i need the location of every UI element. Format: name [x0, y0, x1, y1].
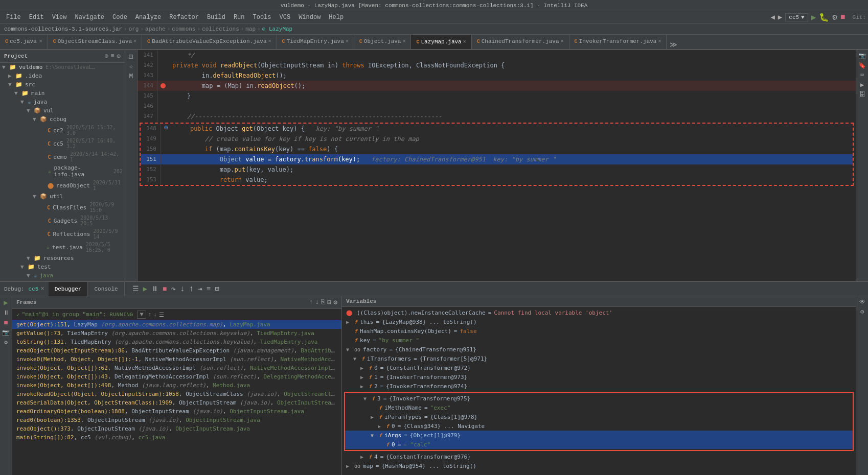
debug-toolbar-stepout-icon[interactable]: ↑ — [188, 283, 196, 295]
var-item-this[interactable]: ▶ f this = {LazyMap@938} ... toString() — [342, 317, 856, 326]
menu-window[interactable]: Window — [294, 14, 325, 21]
tree-item-ccbug[interactable]: ▼ 📦 ccbug — [0, 115, 125, 124]
tree-item-test[interactable]: ▼ 📁 test — [0, 263, 125, 271]
var-item-3-invoker[interactable]: ▼ f 3 = {InvokerTransformer@975} — [345, 394, 853, 403]
frame-item-7[interactable]: invoke(Object, Object[]):498, Method (ja… — [12, 381, 341, 390]
frames-up-icon[interactable]: ↑ — [309, 298, 313, 306]
menu-run[interactable]: Run — [230, 14, 249, 21]
var-item-iparamtypes[interactable]: ▶ f iParamTypes = {Class[1]@978} — [345, 412, 853, 421]
debug-toolbar-table-icon[interactable]: ⊞ — [213, 283, 220, 294]
tab-object[interactable]: C Object.java × — [354, 35, 412, 49]
menu-build[interactable]: Build — [203, 14, 230, 21]
sidebar-collapse-icon[interactable]: ≡ — [110, 52, 115, 60]
menu-view[interactable]: View — [48, 14, 71, 21]
tab-object-close[interactable]: × — [402, 39, 405, 44]
var-item-2-invoker[interactable]: ▶ f 2 = {InvokerTransformer@974} — [342, 382, 856, 391]
code-scroll[interactable]: 141 */ 142 private void readObject(Objec… — [138, 50, 856, 281]
breadcrumb-jar[interactable]: commons-collections-3.1-sources.jar — [4, 26, 122, 32]
breadcrumb-commons[interactable]: commons — [172, 26, 195, 32]
tree-item-test-java[interactable]: ▼ ☕ java — [0, 271, 125, 280]
tree-item-gadgets[interactable]: C Gadgets 2020/5/13 20:5 — [0, 214, 125, 227]
breadcrumb-org[interactable]: org — [129, 26, 139, 32]
menu-tools[interactable]: Tools — [249, 14, 276, 21]
menu-code[interactable]: Code — [108, 14, 131, 21]
tree-item-resources[interactable]: ▼ 📁 resources — [0, 254, 125, 263]
menu-analyze[interactable]: Analyze — [131, 14, 165, 21]
tree-item-packageinfo[interactable]: ☕ package-info.java 202 — [0, 163, 125, 179]
menu-vcs[interactable]: VCS — [276, 14, 295, 21]
debug-close-icon[interactable]: × — [40, 286, 44, 293]
tab-cc5-close[interactable]: × — [39, 39, 42, 44]
var-item-iargs-0[interactable]: f 0 = = "calc" — [345, 440, 853, 449]
bookmark-icon[interactable]: 🔖 — [858, 62, 866, 69]
var-item-factory[interactable]: ▼ oo factory = {ChainedTransformer@951} — [342, 345, 856, 354]
tree-item-reflections[interactable]: C Reflections 2020/5/9 14 — [0, 227, 125, 241]
frames-settings-icon[interactable]: ⚙ — [333, 298, 337, 306]
debug-camera-side-icon[interactable]: 📷 — [2, 329, 10, 337]
frame-item-10[interactable]: readOrdinaryObject(boolean):1808, Object… — [12, 407, 341, 416]
tree-item-cc5[interactable]: C cc5 2020/5/17 16:40, 3.2 — [0, 137, 125, 150]
frames-copy-icon[interactable]: ⎘ — [321, 298, 325, 306]
breadcrumb-collections[interactable]: collections — [202, 26, 239, 32]
tab-tiedmapentry-close[interactable]: × — [346, 39, 349, 44]
tree-item-testjava[interactable]: ☕ test.java 2020/5/5 16:25, 0 — [0, 241, 125, 254]
menu-help[interactable]: Help — [325, 14, 348, 21]
tab-chainedtransformer-close[interactable]: × — [561, 39, 564, 44]
favorites-icon[interactable]: ☆ — [129, 62, 133, 70]
debug-pause-side-icon[interactable]: ⏸ — [3, 309, 9, 317]
tree-item-cc2[interactable]: C cc2 2020/5/16 15:32, 3.0 — [0, 124, 125, 137]
debug-right-2[interactable]: ⚙ — [860, 308, 864, 316]
menu-navigate[interactable]: Navigate — [71, 14, 108, 21]
tree-item-demo[interactable]: C demo 2020/5/14 14:42, 1 — [0, 150, 125, 163]
tree-item-src[interactable]: ▼ 📁 src — [0, 80, 125, 89]
debug-stop-side-icon[interactable]: ■ — [4, 319, 8, 327]
frame-item-3[interactable]: readObject(ObjectInputStream):86, BadAtt… — [12, 346, 341, 355]
breakpoint-icon[interactable] — [161, 83, 166, 88]
var-item-paramtype-0[interactable]: ▶ f 0 = {Class@343} ... Navigate — [345, 421, 853, 431]
tab-badattribute-close[interactable]: × — [268, 39, 271, 44]
tree-item-java[interactable]: ▼ ☕ java — [0, 98, 125, 106]
menu-edit[interactable]: Edit — [25, 14, 48, 21]
tab-objectstreamclass-close[interactable]: × — [133, 39, 136, 44]
tab-chainedtransformer[interactable]: C ChainedTransformer.java × — [472, 35, 569, 49]
debug-right-1[interactable]: 👁 — [859, 298, 865, 306]
var-item-imethodname[interactable]: f iMethodName = "exec" — [345, 403, 853, 412]
frame-item-12[interactable]: readObject():373, ObjectInputStream (jav… — [12, 424, 341, 433]
nav-forward-icon[interactable]: ▶ — [778, 13, 782, 21]
tab-cc5[interactable]: C cc5.java × — [0, 35, 48, 49]
tree-item-vul[interactable]: ▼ 📦 vul — [0, 106, 125, 115]
terminal-icon[interactable]: ⌨ — [860, 72, 864, 79]
tab-badattribute[interactable]: C BadAttributeValueExpException.java × — [142, 35, 277, 49]
tab-lazymap[interactable]: C LazyMap.java × — [411, 35, 471, 49]
more-run-icon[interactable]: ⚙ — [832, 12, 837, 22]
debug-settings-side-icon[interactable]: ⚙ — [4, 339, 8, 346]
var-item-itransformers[interactable]: ▼ f iTransformers = {Transformer[5]@971} — [342, 354, 856, 363]
frame-item-4[interactable]: invoke0(Method, Object, Object[]):-1, Na… — [12, 355, 341, 364]
tree-item-readobject[interactable]: ⬤ readObject 2020/5/31 1 — [0, 179, 125, 192]
debug-toolbar-stepover-icon[interactable]: ↷ — [170, 283, 178, 295]
run-panel-icon[interactable]: ▶ — [860, 81, 864, 89]
tree-item-classfiles[interactable]: C ClassFiles 2020/5/9 15:0 — [0, 201, 125, 214]
database-icon[interactable]: 🗄 — [859, 91, 865, 99]
structure-icon[interactable]: ◫ — [129, 52, 133, 60]
var-item-iargs[interactable]: ▼ f iArgs = {Object[1]@979} — [345, 431, 853, 440]
debug-toolbar-pause-icon[interactable]: ⏸ — [150, 284, 160, 294]
sidebar-settings-icon[interactable]: ⊕ — [105, 52, 109, 60]
tree-item-util[interactable]: ▼ 📦 util — [0, 192, 125, 201]
var-item-key[interactable]: f key = "by summer " — [342, 336, 856, 345]
var-item-newinstancecallercache[interactable]: ⬤ ((Class)object).newInstanceCallerCache… — [342, 308, 856, 317]
frame-item-selected[interactable]: get(Object):151, LazyMap (org.apache.com… — [12, 320, 341, 329]
stop-icon[interactable]: ■ — [840, 13, 846, 22]
frames-down-icon[interactable]: ↓ — [315, 298, 319, 306]
frames-filter-icon[interactable]: ⊟ — [327, 298, 331, 306]
thread-nav-up-icon[interactable]: ↑ — [148, 312, 152, 318]
menu-file[interactable]: File — [2, 14, 25, 21]
frame-item-8[interactable]: invokeReadObject(Object, ObjectInputStre… — [12, 390, 341, 398]
frame-item-2[interactable]: toString():131, TiedMapEntry (org.apache… — [12, 338, 341, 346]
debug-toolbar-resume-icon[interactable]: ▶ — [142, 283, 149, 294]
menu-refactor[interactable]: Refactor — [165, 14, 203, 21]
tree-item-target[interactable]: ▶ 📁 target — [0, 280, 125, 281]
frame-item-13[interactable]: main(String[]):82, cc5 (vul.ccbug), cc5.… — [12, 433, 341, 442]
debug-toolbar-stop-icon[interactable]: ■ — [161, 284, 168, 294]
tree-item-main[interactable]: ▼ 📁 main — [0, 89, 125, 98]
